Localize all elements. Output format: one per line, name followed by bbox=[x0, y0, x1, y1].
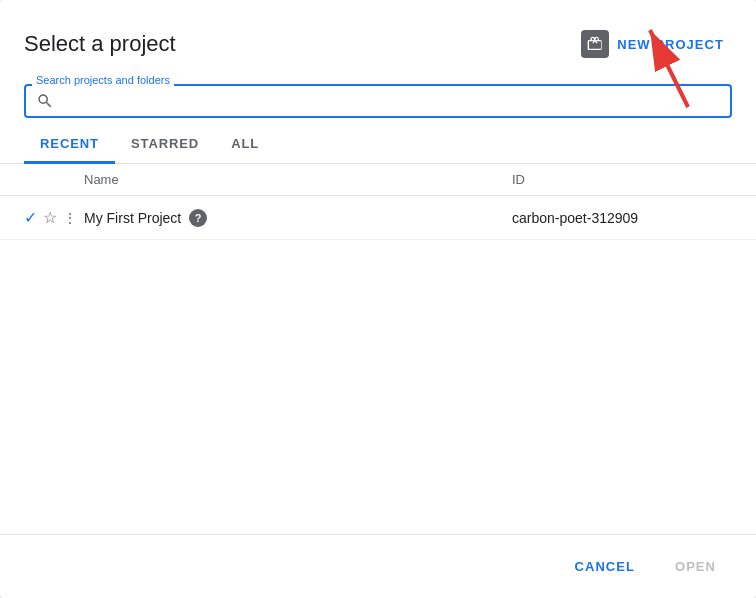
table-header: Name ID bbox=[0, 164, 756, 196]
tab-all[interactable]: ALL bbox=[215, 126, 275, 164]
dialog-header: Select a project NEW PROJECT bbox=[0, 0, 756, 76]
search-box bbox=[24, 84, 732, 118]
dialog-title: Select a project bbox=[24, 31, 176, 57]
table-col-id: ID bbox=[512, 172, 732, 187]
more-options-icon[interactable]: ⋮ bbox=[63, 210, 77, 226]
new-project-button[interactable]: NEW PROJECT bbox=[573, 24, 732, 64]
project-name: My First Project bbox=[84, 210, 181, 226]
search-icon bbox=[36, 92, 54, 110]
cancel-button[interactable]: CANCEL bbox=[559, 551, 651, 582]
search-label: Search projects and folders bbox=[32, 74, 174, 86]
selected-check-icon: ✓ bbox=[24, 208, 37, 227]
open-button[interactable]: OPEN bbox=[659, 551, 732, 582]
new-project-icon bbox=[581, 30, 609, 58]
star-icon[interactable]: ☆ bbox=[43, 208, 57, 227]
tab-recent[interactable]: RECENT bbox=[24, 126, 115, 164]
table-body: ✓ ☆ ⋮ My First Project ? carbon-poet-312… bbox=[0, 196, 756, 534]
tab-starred[interactable]: STARRED bbox=[115, 126, 215, 164]
project-name-cell: My First Project ? bbox=[84, 209, 512, 227]
search-section: Search projects and folders bbox=[0, 76, 756, 118]
table-col-name: Name bbox=[84, 172, 512, 187]
dialog-footer: CANCEL OPEN bbox=[0, 534, 756, 598]
tabs-row: RECENT STARRED ALL bbox=[0, 118, 756, 164]
project-id: carbon-poet-312909 bbox=[512, 210, 732, 226]
search-input[interactable] bbox=[62, 93, 720, 110]
new-project-label: NEW PROJECT bbox=[617, 37, 724, 52]
row-actions: ✓ ☆ ⋮ bbox=[24, 208, 84, 227]
select-project-dialog: Select a project NEW PROJECT Search proj… bbox=[0, 0, 756, 598]
table-row[interactable]: ✓ ☆ ⋮ My First Project ? carbon-poet-312… bbox=[0, 196, 756, 240]
table-col-actions bbox=[24, 172, 84, 187]
help-icon[interactable]: ? bbox=[189, 209, 207, 227]
